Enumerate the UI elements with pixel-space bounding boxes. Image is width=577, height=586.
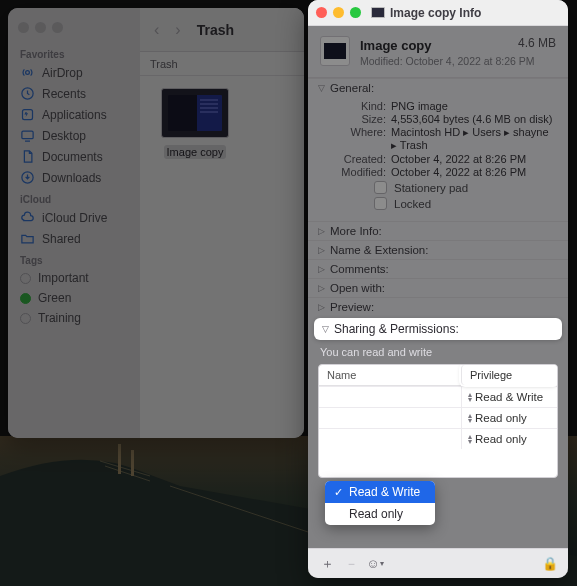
sidebar-item-label: Desktop: [42, 129, 86, 143]
lock-icon[interactable]: 🔒: [542, 556, 558, 571]
permissions-row: ▴▾Read only: [319, 407, 557, 428]
tag-dot-icon: [20, 273, 31, 284]
minimize-icon[interactable]: [35, 22, 46, 33]
sidebar-header-icloud: iCloud: [8, 188, 140, 207]
svg-rect-1: [131, 450, 134, 476]
forward-button[interactable]: ›: [171, 21, 184, 39]
file-thumbnail: [161, 88, 229, 138]
finder-window: Favorites AirDrop Recents Applications D…: [8, 8, 304, 438]
permissions-table: Name Privilege ▴▾Read & Write ▴▾Read onl…: [318, 364, 558, 478]
add-button[interactable]: ＋: [318, 555, 336, 573]
disclosure-triangle-icon: ▽: [322, 324, 329, 334]
popup-option-read-only[interactable]: Read only: [325, 503, 435, 525]
svg-point-2: [26, 71, 30, 75]
finder-sidebar: Favorites AirDrop Recents Applications D…: [8, 8, 140, 438]
remove-button[interactable]: －: [342, 555, 360, 573]
file-grid: Image copy: [140, 76, 304, 172]
sidebar-item-label: AirDrop: [42, 66, 83, 80]
desktop-icon: [20, 128, 35, 143]
sidebar-tag-green[interactable]: Green: [8, 288, 140, 308]
sidebar-header-favorites: Favorites: [8, 43, 140, 62]
zoom-icon[interactable]: [350, 7, 361, 18]
back-button[interactable]: ‹: [150, 21, 163, 39]
privilege-select[interactable]: ▴▾Read only: [461, 408, 557, 428]
sidebar-item-label: Documents: [42, 150, 103, 164]
downloads-icon: [20, 170, 35, 185]
permissions-note: You can read and write: [320, 346, 556, 358]
sidebar-item-recents[interactable]: Recents: [8, 83, 140, 104]
sidebar-item-downloads[interactable]: Downloads: [8, 167, 140, 188]
tag-dot-icon: [20, 293, 31, 304]
sidebar-item-airdrop[interactable]: AirDrop: [8, 62, 140, 83]
close-icon[interactable]: [316, 7, 327, 18]
sidebar-item-label: Important: [38, 271, 89, 285]
sidebar-header-tags: Tags: [8, 249, 140, 268]
privilege-select[interactable]: ▴▾Read only: [461, 429, 557, 449]
sidebar-item-label: Applications: [42, 108, 107, 122]
zoom-icon[interactable]: [52, 22, 63, 33]
airdrop-icon: [20, 65, 35, 80]
file-label: Image copy: [164, 145, 227, 159]
info-titlebar: Image copy Info: [308, 0, 568, 26]
sidebar-item-label: Downloads: [42, 171, 101, 185]
checkmark-icon: ✓: [334, 486, 344, 499]
documents-icon: [20, 149, 35, 164]
sidebar-item-icloud-drive[interactable]: iCloud Drive: [8, 207, 140, 228]
info-title-thumb-icon: [371, 7, 385, 18]
action-menu-button[interactable]: ☺︎▾: [366, 555, 384, 573]
sidebar-item-desktop[interactable]: Desktop: [8, 125, 140, 146]
sidebar-item-label: Green: [38, 291, 71, 305]
close-icon[interactable]: [18, 22, 29, 33]
cloud-icon: [20, 210, 35, 225]
permissions-row: ▴▾Read & Write: [319, 386, 557, 407]
sidebar-item-applications[interactable]: Applications: [8, 104, 140, 125]
sidebar-item-documents[interactable]: Documents: [8, 146, 140, 167]
clock-icon: [20, 86, 35, 101]
sidebar-item-label: iCloud Drive: [42, 211, 107, 225]
sidebar-item-label: Recents: [42, 87, 86, 101]
section-sharing-permissions[interactable]: ▽Sharing & Permissions:: [314, 318, 562, 340]
popup-option-read-write[interactable]: ✓Read & Write: [325, 481, 435, 503]
shared-folder-icon: [20, 231, 35, 246]
applications-icon: [20, 107, 35, 122]
privilege-select[interactable]: ▴▾Read & Write: [461, 387, 557, 407]
col-name[interactable]: Name: [319, 365, 461, 385]
minimize-icon[interactable]: [333, 7, 344, 18]
file-item[interactable]: Image copy: [152, 88, 238, 160]
privilege-popup-menu: ✓Read & Write Read only: [325, 481, 435, 525]
get-info-window: Image copy Info Image copy4.6 MB Modifie…: [308, 0, 568, 578]
window-title: Trash: [197, 22, 234, 38]
sidebar-tag-important[interactable]: Important: [8, 268, 140, 288]
sidebar-item-shared[interactable]: Shared: [8, 228, 140, 249]
svg-rect-4: [23, 110, 33, 120]
tag-dot-icon: [20, 313, 31, 324]
finder-toolbar: ‹ › Trash: [140, 8, 304, 52]
svg-rect-5: [22, 131, 33, 139]
sidebar-item-label: Shared: [42, 232, 81, 246]
permissions-row: ▴▾Read only: [319, 428, 557, 449]
info-window-title: Image copy Info: [390, 6, 481, 20]
sidebar-item-label: Training: [38, 311, 81, 325]
svg-rect-0: [118, 444, 121, 474]
col-privilege[interactable]: Privilege: [461, 365, 557, 385]
sidebar-tag-training[interactable]: Training: [8, 308, 140, 328]
path-bar[interactable]: Trash: [140, 52, 304, 76]
permissions-footer: ＋ － ☺︎▾ 🔒: [308, 548, 568, 578]
